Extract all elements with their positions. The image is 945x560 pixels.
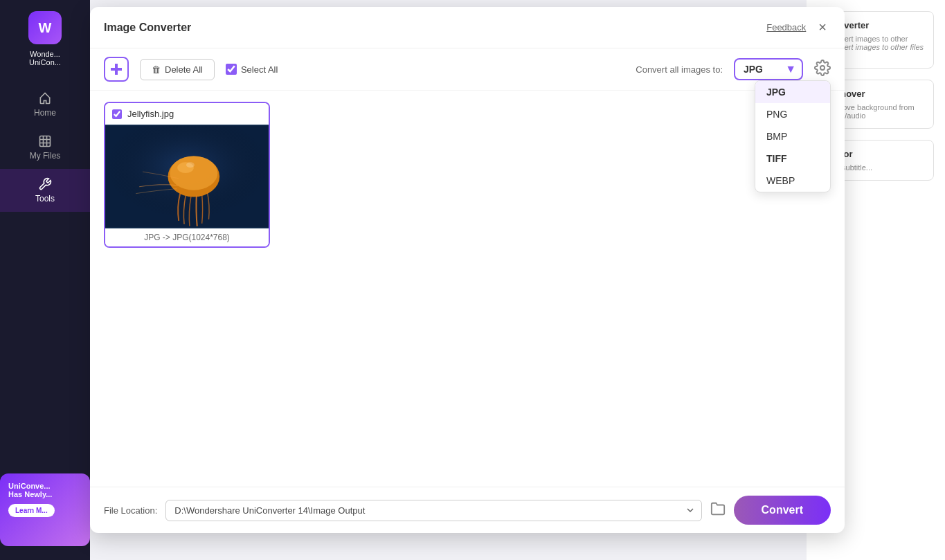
gear-icon bbox=[814, 60, 831, 76]
file-name: Jellyfish.jpg bbox=[127, 109, 174, 119]
app-name: Wonde...UniCon... bbox=[24, 50, 66, 66]
close-button[interactable]: × bbox=[814, 18, 831, 37]
delete-all-button[interactable]: 🗑 Delete All bbox=[140, 59, 215, 80]
dropdown-item-webp[interactable]: WEBP bbox=[755, 170, 830, 192]
settings-button[interactable] bbox=[814, 60, 831, 80]
image-converter-modal: Image Converter Feedback × 🗑 Delete All … bbox=[90, 7, 845, 533]
file-thumbnail bbox=[105, 125, 269, 228]
modal-title: Image Converter bbox=[104, 21, 191, 34]
file-card: Jellyfish.jpg bbox=[104, 102, 270, 248]
promo-title: UniConve...Has Newly... bbox=[8, 482, 82, 498]
files-icon bbox=[38, 134, 52, 148]
modal-toolbar: 🗑 Delete All Select All Convert all imag… bbox=[90, 48, 845, 91]
tools-icon bbox=[38, 177, 52, 191]
convert-button[interactable]: Convert bbox=[734, 496, 831, 525]
trash-icon: 🗑 bbox=[152, 64, 161, 75]
svg-rect-2 bbox=[111, 68, 122, 71]
format-select[interactable]: JPG PNG BMP TIFF WEBP bbox=[734, 58, 803, 80]
dropdown-item-bmp[interactable]: BMP bbox=[755, 125, 830, 147]
browse-folder-button[interactable] bbox=[710, 501, 726, 520]
sidebar-item-tools[interactable]: Tools bbox=[0, 169, 90, 212]
sidebar-item-tools-label: Tools bbox=[35, 194, 55, 204]
file-checkbox[interactable] bbox=[112, 109, 122, 119]
plus-icon bbox=[109, 62, 123, 76]
select-all-checkbox[interactable] bbox=[226, 64, 237, 75]
app-logo: W bbox=[28, 11, 62, 44]
jellyfish-image bbox=[105, 125, 269, 228]
add-files-button[interactable] bbox=[104, 57, 129, 82]
home-icon bbox=[38, 91, 52, 105]
format-dropdown-menu: JPG PNG BMP TIFF WEBP bbox=[755, 80, 831, 192]
sidebar-item-myfiles-label: My Files bbox=[30, 151, 61, 161]
delete-all-label: Delete All bbox=[165, 64, 203, 75]
sidebar-item-home-label: Home bbox=[34, 108, 56, 118]
modal-header-right: Feedback × bbox=[766, 18, 831, 37]
logo-letter: W bbox=[39, 20, 52, 36]
modal-footer: File Location: D:\Wondershare UniConvert… bbox=[90, 487, 845, 533]
dropdown-item-jpg[interactable]: JPG bbox=[755, 81, 830, 103]
sidebar-item-home[interactable]: Home bbox=[0, 83, 90, 126]
svg-point-9 bbox=[186, 162, 195, 168]
format-select-wrapper: JPG PNG BMP TIFF WEBP ▼ bbox=[734, 58, 803, 80]
folder-icon bbox=[710, 501, 726, 516]
file-info: JPG -> JPG(1024*768) bbox=[105, 228, 269, 246]
file-grid: Jellyfish.jpg bbox=[90, 91, 845, 487]
sidebar: W Wonde...UniCon... Home My Files Tools … bbox=[0, 0, 90, 560]
file-card-header: Jellyfish.jpg bbox=[105, 103, 269, 125]
add-icon bbox=[104, 57, 129, 82]
svg-rect-0 bbox=[40, 136, 51, 147]
select-all-area[interactable]: Select All bbox=[226, 64, 278, 75]
promo-card: UniConve...Has Newly... Learn M... bbox=[0, 473, 90, 546]
file-location-label: File Location: bbox=[104, 505, 157, 516]
learn-more-button[interactable]: Learn M... bbox=[8, 504, 55, 517]
modal-header: Image Converter Feedback × bbox=[90, 7, 845, 48]
feedback-link[interactable]: Feedback bbox=[766, 22, 806, 33]
dropdown-item-tiff[interactable]: TIFF bbox=[755, 147, 830, 170]
convert-to-label: Convert all images to: bbox=[636, 64, 723, 75]
select-all-label: Select All bbox=[241, 64, 278, 75]
sidebar-item-myfiles[interactable]: My Files bbox=[0, 126, 90, 169]
svg-point-3 bbox=[820, 66, 825, 70]
file-location-select[interactable]: D:\Wondershare UniConverter 14\Image Out… bbox=[165, 500, 701, 521]
dropdown-item-png[interactable]: PNG bbox=[755, 103, 830, 125]
